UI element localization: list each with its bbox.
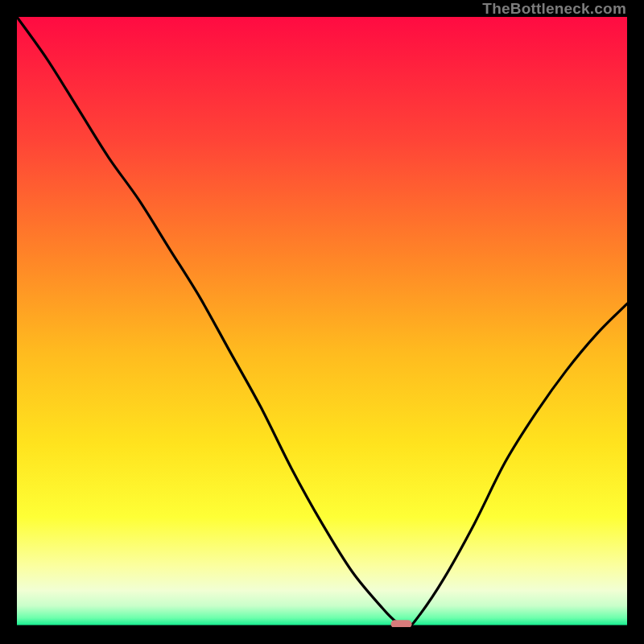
chart-frame bbox=[17, 17, 627, 627]
gradient-background bbox=[17, 17, 627, 627]
attribution-label: TheBottleneck.com bbox=[482, 0, 626, 18]
bottleneck-chart bbox=[17, 17, 627, 627]
optimum-marker bbox=[391, 620, 412, 627]
